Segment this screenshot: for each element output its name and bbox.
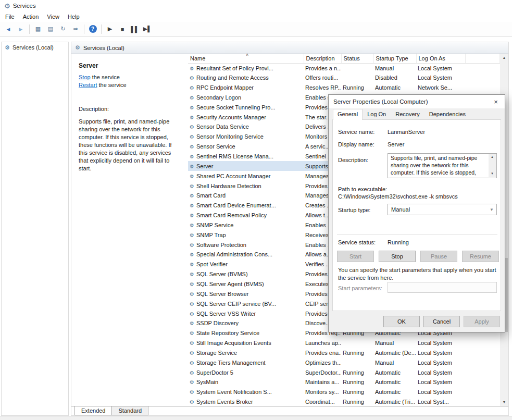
help-icon[interactable]: ? (87, 23, 98, 35)
service-name-cell: ⚙SSDP Discovery (188, 318, 304, 328)
scroll-down-icon[interactable]: ▼ (491, 171, 494, 177)
table-header-row: Name∧DescriptionStatusStartup TypeLog On… (188, 54, 500, 63)
cancel-button[interactable]: Cancel (423, 316, 460, 327)
service-name-text: Secondary Logon (196, 94, 241, 101)
pause-service-button[interactable]: Pause (420, 251, 457, 262)
scroll-up-icon[interactable]: ▲ (500, 54, 508, 61)
dialog-tab-dependencies[interactable]: Dependencies (424, 109, 470, 119)
link-suffix: the service (91, 74, 120, 80)
service-name-text: SQL Server Agent (BVMS) (196, 281, 264, 287)
service-name-text: SNMP Trap (196, 232, 226, 238)
column-header-status[interactable]: Status (341, 54, 373, 63)
service-name-cell: ⚙RPC Endpoint Mapper (188, 83, 304, 93)
tree-item-services-local[interactable]: ⚙ Services (Local) (2, 42, 68, 53)
service-row[interactable]: ⚙Still Image Acquisition EventsLaunches … (188, 338, 500, 348)
stop-service-link[interactable]: Stop (79, 74, 91, 80)
service-row[interactable]: ⚙SysMainMaintains a...RunningAutomaticLo… (188, 377, 500, 387)
forward-icon[interactable]: ► (15, 23, 27, 35)
service-name-cell: ⚙SQL Server (BVMS) (188, 269, 304, 279)
properties-icon[interactable]: ▤ (45, 23, 56, 35)
status-bar (0, 416, 512, 420)
service-logon-cell: Local System (416, 348, 465, 357)
dialog-titlebar[interactable]: Server Properties (Local Computer) × (329, 95, 505, 108)
service-name-cell: ⚙Shared PC Account Manager (188, 171, 304, 181)
service-gear-icon: ⚙ (190, 174, 194, 179)
column-header-log-on-as[interactable]: Log On As (416, 54, 465, 63)
pause-service-icon[interactable]: ▌▌ (129, 23, 141, 35)
stop-service-button[interactable]: Stop (379, 251, 416, 262)
refresh-icon[interactable]: ↻ (57, 23, 69, 35)
dialog-footer-buttons: OKCancelApply (383, 316, 500, 327)
stop-service-icon[interactable]: ■ (117, 23, 128, 35)
restart-service-icon[interactable]: ▶▌ (142, 23, 153, 35)
menu-help[interactable]: Help (64, 12, 84, 21)
dialog-tab-recovery[interactable]: Recovery (391, 109, 424, 119)
menu-view[interactable]: View (43, 12, 64, 21)
scroll-down-icon[interactable]: ▼ (500, 398, 508, 406)
service-filler-cell (465, 367, 500, 377)
service-name-text: Still Image Acquisition Events (196, 340, 271, 346)
dialog-tab-general[interactable]: General (333, 109, 363, 120)
service-name-cell: ⚙Server (188, 161, 304, 171)
service-row[interactable]: ⚙Storage ServiceProvides ena...RunningAu… (188, 348, 500, 357)
show-console-tree-icon[interactable]: ▦ (32, 23, 44, 35)
service-name-text: Shell Hardware Detection (196, 183, 261, 189)
menu-action[interactable]: Action (19, 12, 43, 21)
apply-button[interactable]: Apply (464, 316, 500, 327)
service-gear-icon: ⚙ (190, 301, 194, 307)
service-row[interactable]: ⚙System Event Notification S...Monitors … (188, 387, 500, 397)
service-description-cell: Maintains a... (304, 377, 341, 387)
ok-button[interactable]: OK (383, 316, 420, 327)
service-name-text: Storage Service (196, 350, 237, 356)
service-row[interactable]: ⚙System Events BrokerCoordinat...Running… (188, 397, 500, 406)
start-parameters-input[interactable] (388, 282, 497, 293)
service-name-text: SQL Server CEIP service (BV... (196, 301, 276, 307)
service-status-cell (341, 63, 373, 73)
service-name-text: State Repository Service (196, 330, 259, 336)
view-tab-extended[interactable]: Extended (74, 406, 112, 415)
column-header-name[interactable]: Name∧ (188, 54, 304, 63)
service-name-cell: ⚙Sentinel RMS License Mana... (188, 152, 304, 162)
restart-service-link[interactable]: Restart (79, 82, 97, 88)
view-tab-standard[interactable]: Standard (111, 406, 148, 415)
service-status-value: Running (388, 239, 409, 245)
service-name-cell: ⚙System Events Broker (188, 397, 304, 406)
service-logon-cell: Local System (416, 63, 465, 73)
resume-service-button[interactable]: Resume (462, 251, 499, 262)
column-header-description[interactable]: Description (304, 54, 341, 63)
service-name-text: SQL Server Browser (196, 291, 248, 297)
startup-type-value: Manual (391, 206, 410, 213)
service-startup-cell: Manual (373, 63, 416, 73)
tree-item-label: Services (Local) (13, 44, 54, 51)
service-description-cell: Provides ena... (304, 348, 341, 357)
column-header-startup-type[interactable]: Startup Type (373, 54, 416, 63)
menu-file[interactable]: File (1, 12, 19, 21)
description-scrollbar[interactable]: ▲ ▼ (489, 154, 496, 177)
service-gear-icon: ⚙ (190, 75, 194, 81)
start-service-button[interactable]: Start (337, 251, 374, 262)
dialog-tab-log-on[interactable]: Log On (363, 109, 391, 119)
start-service-icon[interactable]: ▶ (104, 23, 116, 35)
startup-type-label: Startup type: (338, 207, 370, 213)
service-name-text: SQL Server VSS Writer (196, 311, 256, 317)
scroll-up-icon[interactable]: ▲ (491, 154, 494, 160)
service-gear-icon: ⚙ (190, 154, 194, 159)
description-box[interactable]: Supports file, print, and named-pipe sha… (388, 153, 497, 178)
service-row[interactable]: ⚙SuperDoctor 5SuperDoctor...RunningAutom… (188, 367, 500, 377)
service-row[interactable]: ⚙Storage Tiers ManagementOptimizes th...… (188, 357, 500, 367)
service-row[interactable]: ⚙RPC Endpoint MapperResolves RP...Runnin… (188, 83, 500, 93)
service-status-cell (341, 73, 373, 83)
close-icon[interactable]: × (487, 95, 505, 108)
service-gear-icon: ⚙ (190, 105, 194, 110)
service-description-cell: Optimizes th... (304, 357, 341, 367)
service-name-text: Sentinel RMS License Mana... (196, 153, 273, 159)
back-icon[interactable]: ◄ (3, 23, 14, 35)
service-name-text: Storage Tiers Management (196, 360, 266, 366)
service-gear-icon: ⚙ (190, 223, 194, 228)
export-list-icon[interactable]: ⇒ (70, 23, 81, 35)
startup-type-select[interactable]: Manual ▼ (388, 204, 497, 215)
service-row[interactable]: ⚙Routing and Remote AccessOffers routi..… (188, 73, 500, 83)
service-name-cell: ⚙Shell Hardware Detection (188, 181, 304, 191)
service-row[interactable]: ⚙Resultant Set of Policy Provi...Provide… (188, 63, 500, 73)
service-description-cell: SuperDoctor... (304, 367, 341, 377)
